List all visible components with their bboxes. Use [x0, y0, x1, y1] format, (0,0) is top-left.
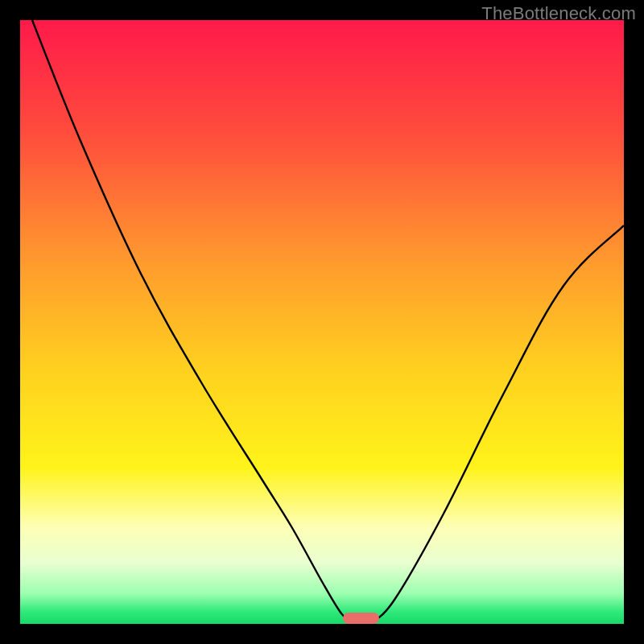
optimal-marker: [343, 613, 379, 624]
curve-right-segment: [370, 225, 624, 624]
plot-area: [20, 20, 624, 624]
curve-left-segment: [32, 20, 353, 624]
outer-frame: TheBottleneck.com: [0, 0, 644, 644]
bottleneck-curve: [20, 20, 624, 624]
